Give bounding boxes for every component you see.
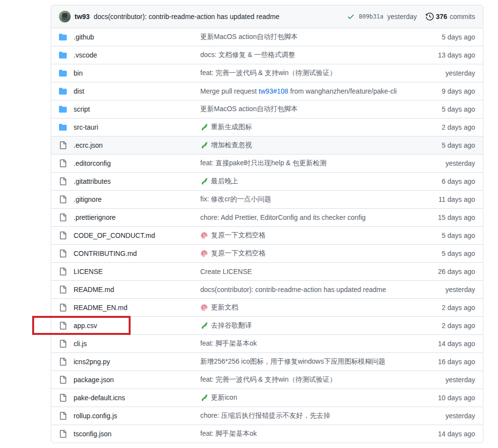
commit-message-text: fix: 修改cr的一点小问题	[200, 195, 271, 203]
commit-message-cell: feat: 完善一波代码 & 支持win（待测试验证）	[200, 69, 412, 78]
commit-message-link[interactable]: 去掉谷歌翻译	[211, 321, 252, 330]
file-name-link[interactable]: .ecrc.json	[74, 141, 195, 149]
commit-message-link[interactable]: docs: 文档修复 & 一些格式调整	[200, 51, 295, 59]
commit-message-cell: 去掉谷歌翻译	[200, 321, 412, 330]
table-row: script 更新MacOS action自动打包脚本 5 days ago	[51, 100, 483, 118]
commit-date: yesterday	[417, 69, 475, 77]
commit-message-link[interactable]: 新增256*256 ico图标，用于修复windows下应用图标模糊问题	[200, 357, 385, 366]
lizard-emoji-icon	[200, 141, 208, 149]
commit-message-link[interactable]: 最后晚上	[211, 177, 238, 186]
commit-message-link[interactable]: 更新icon	[211, 393, 237, 402]
commit-hash-link[interactable]: 809b31a	[359, 13, 383, 20]
file-icon	[59, 376, 67, 384]
commit-message-text: feat: 完善一波代码 & 支持win（待测试验证）	[200, 69, 336, 77]
file-name-link[interactable]: CODE_OF_CONDUCT.md	[74, 232, 195, 239]
file-name-link[interactable]: bin	[74, 69, 195, 77]
commit-message-link[interactable]: chore: Add Prettier, EditorConfig and it…	[200, 214, 365, 221]
commit-message-link[interactable]: Create LICENSE	[200, 268, 252, 275]
latest-commit-message-link[interactable]: docs(contributor): contrib-readme-action…	[94, 13, 279, 20]
table-row: src-tauri 重新生成图标 2 days ago	[51, 118, 483, 136]
commits-count: 376	[436, 13, 447, 20]
table-row: .github 更新MacOS action自动打包脚本 5 days ago	[51, 28, 483, 46]
file-name-link[interactable]: package.json	[74, 376, 195, 384]
table-row: CODE_OF_CONDUCT.md 复原一下文档空格 5 days ago	[51, 227, 483, 245]
commit-message-link[interactable]: feat: 脚手架基本ok	[200, 429, 257, 438]
folder-icon	[59, 51, 67, 59]
commit-message-link[interactable]: 重新生成图标	[211, 123, 252, 132]
file-name-link[interactable]: LICENSE	[74, 268, 195, 275]
table-row: LICENSE Create LICENSE 26 days ago	[51, 263, 483, 281]
commit-message-text: Merge pull request	[200, 87, 259, 95]
commit-date: 5 days ago	[417, 250, 475, 257]
file-name-link[interactable]: .prettierignore	[74, 214, 195, 221]
commit-message-text: 更新MacOS action自动打包脚本	[200, 33, 298, 40]
file-name-link[interactable]: .editorconfig	[74, 159, 195, 167]
file-name-link[interactable]: README_EN.md	[74, 304, 195, 312]
file-name-link[interactable]: rollup.config.js	[74, 412, 195, 420]
commit-ref-link[interactable]: tw93#108	[259, 87, 288, 95]
commit-message-link[interactable]: 更新文档	[211, 303, 238, 312]
file-icon	[59, 177, 67, 185]
file-name-link[interactable]: .gitattributes	[74, 177, 195, 185]
commit-date: 11 days ago	[417, 195, 475, 203]
file-icon	[59, 304, 67, 312]
file-icon	[59, 159, 67, 167]
avatar[interactable]	[59, 11, 71, 22]
commit-message-link[interactable]: feat: 完善一波代码 & 支持win（待测试验证）	[200, 375, 336, 384]
commit-message-link[interactable]: feat: 完善一波代码 & 支持win（待测试验证）	[200, 69, 336, 78]
commit-message-link[interactable]: feat: 直接pake时只出现help & 包更新检测	[200, 159, 326, 168]
file-name-link[interactable]: CONTRIBUTING.md	[74, 250, 195, 257]
file-name-link[interactable]: icns2png.py	[74, 358, 195, 366]
commit-message-cell: Create LICENSE	[200, 268, 412, 275]
commit-message-link[interactable]: chore: 压缩后执行报错提示不友好，先去掉	[200, 411, 330, 420]
commit-message-text: 增加检查忽视	[211, 141, 252, 149]
commit-message-text: Create LICENSE	[200, 268, 252, 275]
commit-message-link[interactable]: 更新MacOS action自动打包脚本	[200, 33, 298, 41]
commit-message-link[interactable]: feat: 脚手架基本ok	[200, 339, 257, 348]
commit-message-link[interactable]: 复原一下文档空格	[211, 231, 266, 240]
commit-message-after: from wanghanzhen/feature/pake-cli	[288, 87, 397, 95]
table-row: app.csv 去掉谷歌翻译 2 days ago	[51, 317, 483, 335]
commit-date: 5 days ago	[417, 232, 475, 239]
file-name-link[interactable]: README.md	[74, 286, 195, 293]
commit-message-link[interactable]: docs(contributor): contrib-readme-action…	[200, 286, 386, 293]
commit-message-text: 更新icon	[211, 393, 237, 401]
commit-message-cell: feat: 脚手架基本ok	[200, 429, 412, 438]
commit-message-link[interactable]: 更新MacOS action自动打包脚本	[200, 105, 298, 114]
file-icon	[59, 232, 67, 239]
file-name-link[interactable]: tsconfig.json	[74, 430, 195, 438]
folder-icon	[59, 33, 67, 41]
table-row: .ecrc.json 增加检查忽视 5 days ago	[51, 136, 483, 155]
file-name-link[interactable]: dist	[74, 87, 195, 95]
commit-author[interactable]: tw93	[75, 13, 90, 20]
file-icon	[59, 358, 67, 366]
commit-message-cell: feat: 完善一波代码 & 支持win（待测试验证）	[200, 375, 412, 384]
file-name-link[interactable]: .github	[74, 33, 195, 41]
file-name-link[interactable]: src-tauri	[74, 123, 195, 131]
commit-message-link[interactable]: fix: 修改cr的一点小问题	[200, 195, 271, 204]
file-name-link[interactable]: app.csv	[74, 322, 195, 330]
commit-message-text: 更新MacOS action自动打包脚本	[200, 105, 298, 113]
commit-date: 5 days ago	[417, 105, 475, 113]
commit-message-cell: 最后晚上	[200, 177, 412, 186]
commit-date: 13 days ago	[417, 51, 475, 59]
file-icon	[59, 430, 67, 438]
file-name-link[interactable]: .vscode	[74, 51, 195, 59]
commit-message-cell: feat: 脚手架基本ok	[200, 339, 412, 348]
commit-date: yesterday	[417, 286, 475, 293]
commits-history-link[interactable]: 376 commits	[426, 13, 475, 20]
commit-message-link[interactable]: 增加检查忽视	[211, 141, 252, 150]
table-row: pake-default.icns 更新icon 10 days ago	[51, 389, 483, 407]
table-row: bin feat: 完善一波代码 & 支持win（待测试验证） yesterda…	[51, 64, 483, 82]
commit-message-link[interactable]: Merge pull request tw93#108 from wanghan…	[200, 87, 397, 95]
file-name-link[interactable]: .gitignore	[74, 195, 195, 203]
folder-icon	[59, 123, 67, 131]
folder-icon	[59, 69, 67, 77]
file-name-link[interactable]: script	[74, 105, 195, 113]
file-name-link[interactable]: pake-default.icns	[74, 394, 195, 402]
table-row: README.md docs(contributor): contrib-rea…	[51, 281, 483, 299]
file-name-link[interactable]: cli.js	[74, 340, 195, 348]
commit-message-link[interactable]: 复原一下文档空格	[211, 249, 266, 258]
lizard-emoji-icon	[200, 123, 208, 131]
commit-date: 2 days ago	[417, 304, 475, 312]
